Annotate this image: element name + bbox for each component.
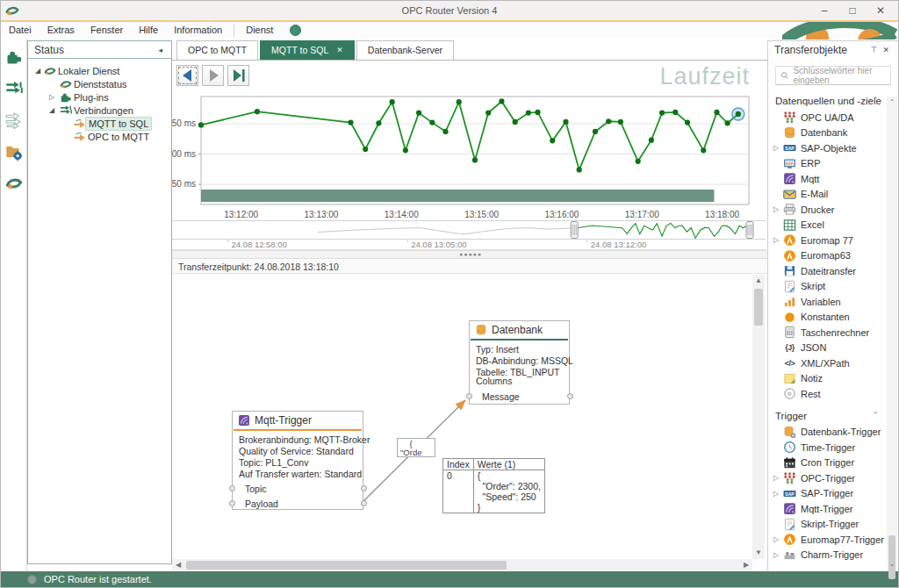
horizontal-splitter[interactable]: ●●●●● [172,250,769,259]
datenbank-node-port-message-in[interactable] [466,393,472,399]
minimize-button[interactable]: – [810,1,838,20]
transfer-item-konstanten[interactable]: Konstanten [768,310,898,326]
scroll-up-icon[interactable]: ⌃ [887,97,897,109]
expander-collapsed-icon[interactable]: ▷ [773,144,779,152]
rail-transfer-arrows-icon[interactable] [1,75,26,102]
transfer-item-e-mail[interactable]: E-Mail [768,187,898,203]
section-header-datenquellen-und-ziele[interactable]: Datenquellen und -ziele⌃ [768,87,898,110]
skip-to-latest-button[interactable] [227,65,249,86]
tab-close-icon[interactable]: ✕ [336,41,343,60]
transfer-item-sap-trigger[interactable]: ▷SAPSAP-Trigger [768,486,898,502]
expander-collapsed-icon[interactable]: ▷ [773,490,779,498]
panel-collapse-icon[interactable]: ◂ [155,46,165,54]
expander-collapsed-icon[interactable]: ▷ [773,551,779,559]
transfer-item-drucker[interactable]: ▷Drucker [768,202,898,218]
tree-item-mqtt-to-sql[interactable]: MQTT to SQL [28,117,171,130]
transfer-item-mqtt-trigger[interactable]: Mqtt-Trigger [768,501,898,517]
transfer-item-dateitransfer[interactable]: Dateitransfer [768,263,898,279]
mqtt-trigger-node[interactable]: Mqtt-TriggerBrokeranbindung: MQTT-Broker… [232,411,363,510]
rail-plugins-icon[interactable] [1,44,26,70]
tab-mqtt-to-sql[interactable]: MQTT to SQL✕ [260,40,355,60]
transfer-item-skript[interactable]: Skript [768,279,898,295]
transfer-item-notiz[interactable]: Notiz [768,371,898,387]
tree-item-lokaler-dienst[interactable]: ◢Lokaler Dienst [28,64,171,77]
close-button[interactable]: ✕ [867,1,895,20]
hscroll-thumb[interactable] [186,561,507,570]
maximize-button[interactable]: □ [838,1,867,20]
menu-item-hilfe[interactable]: Hilfe [131,22,166,39]
mqtt-trigger-node-port-topic-in[interactable] [229,485,235,491]
pin-icon[interactable]: ⊤ [868,46,881,54]
tab-opc-to-mqtt[interactable]: OPC to MQTT [176,40,258,60]
transfer-item-sap-objekte[interactable]: ▷SAPSAP-Objekte [768,140,898,156]
datenbank-node[interactable]: DatenbankTyp: Insert DB-Anbindung: MSSQL… [469,320,570,405]
transfer-item-datenbank[interactable]: Datenbank [768,125,898,141]
transfer-item-opc-trigger[interactable]: ▷OPC-Trigger [768,470,898,486]
transfer-item-excel[interactable]: Excel [768,218,898,233]
tree-item-verbindungen[interactable]: ◢Verbindungen [28,104,171,117]
mqtt-trigger-node-port-payload-out[interactable] [361,500,367,506]
menu-item-extras[interactable]: Extras [40,22,83,39]
expander-collapsed-icon[interactable]: ▷ [773,474,779,482]
menu-item-fenster[interactable]: Fenster [83,22,131,39]
canvas-horizontal-scrollbar[interactable]: ◀▶ [172,559,752,571]
expander-collapsed-icon[interactable]: ▷ [773,205,779,213]
expander-collapsed-icon[interactable]: ▷ [47,93,56,101]
scroll-up-icon[interactable]: ▲ [752,275,765,287]
expander-expanded-icon[interactable]: ◢ [33,67,42,75]
transfer-panel-scrollbar[interactable]: ⌃⌄ [887,97,897,570]
mqtt-trigger-node-port-topic[interactable]: Topic [233,482,363,496]
transfer-item-euromap63[interactable]: Euromap63 [768,248,898,264]
transfer-item-euromap-77[interactable]: ▷Euromap 77 [768,233,898,248]
panel-close-icon[interactable]: ✕ [880,46,892,54]
runtime-overview-timeline[interactable]: 24.08 12:58:0024.08 13:05:0024.08 13:12:… [172,220,766,250]
step-back-button[interactable] [176,65,198,86]
menu-item-information[interactable]: Information [166,22,230,39]
tree-item-plug-ins[interactable]: ▷Plug-ins [28,90,171,104]
panel-scroll-thumb[interactable] [888,535,895,579]
section-collapse-icon[interactable]: ⌃ [872,411,879,419]
section-collapse-icon[interactable]: ⌃ [872,96,879,104]
transfer-item-time-trigger[interactable]: Time-Trigger [768,440,898,455]
expander-collapsed-icon[interactable]: ▷ [773,236,779,244]
transfer-item-json[interactable]: {J}JSON [768,341,898,356]
canvas-vertical-scrollbar[interactable]: ▲▼ [752,275,765,559]
transfer-item-variablen[interactable]: Variablen [768,294,898,310]
rail-transfer-arrows-outline-icon[interactable] [1,107,26,133]
transfer-item-datenbank-trigger[interactable]: Datenbank-Trigger [768,425,898,441]
tree-item-dienststatus[interactable]: Dienststatus [28,77,171,90]
vscroll-thumb[interactable] [754,289,763,326]
range-start-handle[interactable] [571,222,578,239]
flow-canvas[interactable]: Mqtt-TriggerBrokeranbindung: MQTT-Broker… [172,275,752,559]
mqtt-trigger-node-port-payload[interactable]: Payload [233,497,363,511]
datenbank-node-port-message[interactable]: Message [470,390,569,404]
transfer-item-taschenrechner[interactable]: Taschenrechner [768,325,898,341]
tab-datenbank-server[interactable]: Datenbank-Server [356,40,454,60]
section-header-trigger[interactable]: Trigger⌃ [768,402,898,425]
mqtt-trigger-node-port-payload-in[interactable] [229,500,235,506]
mqtt-trigger-node-port-topic-out[interactable] [361,485,367,491]
transfer-item-cron-trigger[interactable]: Cron Trigger [768,455,898,471]
scroll-right-icon[interactable]: ▶ [740,559,752,571]
menu-item-datei[interactable]: Datei [1,22,40,39]
step-forward-button[interactable] [202,65,224,86]
rail-service-config-icon[interactable] [1,139,26,165]
transfer-item-charm-trigger[interactable]: ▷Charm-Trigger [768,548,898,563]
expander-collapsed-icon[interactable]: ▷ [773,535,779,543]
transfer-item-erp[interactable]: ERPERP [768,156,898,172]
menu-item-dienst[interactable]: Dienst [238,22,281,39]
datenbank-node-port-message-out[interactable] [567,393,573,399]
tree-item-opc-to-mqtt[interactable]: OPC to MQTT [28,130,171,143]
transfer-item-xml-xpath[interactable]: </>XML/XPath [768,355,898,371]
transfer-item-mqtt[interactable]: Mqtt [768,171,898,187]
transfer-item-skript-trigger[interactable]: Skript-Trigger [768,517,898,533]
scroll-down-icon[interactable]: ▼ [752,547,765,559]
keyword-search-input[interactable]: Schlüsselwörter hier eingeben [775,66,891,85]
transfer-item-rest[interactable]: RRest [768,386,898,402]
runtime-chart[interactable]: 450 ms400 ms350 ms13:12:0013:13:0013:14:… [172,90,766,221]
expander-expanded-icon[interactable]: ◢ [47,106,56,114]
range-end-handle[interactable] [746,222,753,239]
scroll-down-icon[interactable]: ⌄ [887,558,897,570]
scroll-left-icon[interactable]: ◀ [172,559,184,571]
transfer-item-opc-ua-da[interactable]: OPC UA/DA [768,110,898,125]
